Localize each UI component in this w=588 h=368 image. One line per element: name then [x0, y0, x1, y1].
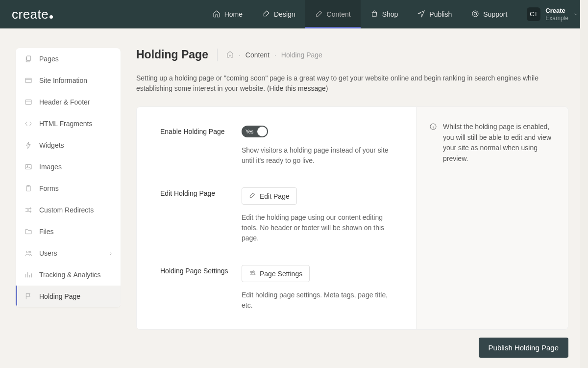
send-icon	[417, 10, 425, 19]
sidebar-item-label: Images	[39, 163, 62, 171]
sidebar-item-html-fragments[interactable]: HTML Fragments	[16, 113, 121, 134]
svg-point-8	[26, 251, 28, 253]
nav-content[interactable]: Content	[305, 0, 361, 28]
enable-toggle[interactable]: Yes	[242, 126, 268, 137]
actions-row: Publish Holding Page	[136, 338, 568, 368]
field-desc: Edit the holding page using our content …	[242, 212, 392, 243]
nav-label: Shop	[382, 10, 398, 18]
divider	[217, 49, 218, 61]
edit-icon	[315, 10, 323, 19]
card-main: Enable Holding Page Yes Show visitors a …	[137, 107, 416, 329]
nav-label: Design	[274, 10, 295, 18]
scrollbar-track[interactable]	[580, 0, 588, 368]
hide-message-link[interactable]: Hide this message	[270, 84, 326, 92]
breadcrumb-current: Holding Page	[281, 51, 322, 59]
edit-page-button[interactable]: Edit Page	[242, 187, 297, 205]
avatar: CT	[527, 7, 540, 21]
info-box: Whilst the holding page is enabled, you …	[429, 122, 555, 164]
svg-point-0	[472, 11, 478, 17]
svg-rect-3	[25, 78, 31, 82]
field-enable: Enable Holding Page Yes Show visitors a …	[160, 126, 392, 166]
edit-icon	[249, 192, 256, 200]
user-menu[interactable]: CT Create Example	[517, 0, 588, 28]
sidebar-item-widgets[interactable]: Widgets	[16, 134, 121, 156]
top-nav: create Home Design Content Shop Publish …	[0, 0, 588, 28]
info-icon	[429, 122, 437, 164]
home-icon	[213, 10, 220, 19]
bag-icon	[370, 10, 378, 19]
help-icon	[471, 10, 479, 19]
brand-logo[interactable]: create	[12, 0, 53, 28]
svg-rect-2	[27, 56, 31, 60]
breadcrumb: · Content · Holding Page	[226, 51, 322, 59]
button-label: Edit Page	[260, 192, 290, 200]
sidebar-item-redirects[interactable]: Custom Redirects	[16, 199, 121, 221]
svg-point-12	[254, 274, 255, 275]
sidebar-item-holding-page[interactable]: Holding Page	[16, 286, 121, 307]
content-wrap: Pages Site Information Header & Footer H…	[0, 28, 588, 368]
sidebar-item-images[interactable]: Images	[16, 156, 121, 178]
toggle-knob	[257, 127, 267, 136]
nav-label: Publish	[429, 10, 452, 18]
settings-card: Enable Holding Page Yes Show visitors a …	[136, 106, 568, 330]
sidebar-item-label: Custom Redirects	[39, 206, 94, 214]
svg-rect-4	[25, 100, 31, 104]
sidebar-item-label: Pages	[39, 55, 59, 63]
intro-pre: Setting up a holding page or "coming soo…	[136, 74, 539, 92]
main-column: Holding Page · Content · Holding Page Se…	[136, 48, 568, 368]
nav-shop[interactable]: Shop	[361, 0, 408, 28]
sidebar-item-files[interactable]: Files	[16, 221, 121, 242]
info-text: Whilst the holding page is enabled, you …	[443, 122, 555, 164]
svg-point-10	[253, 271, 254, 272]
home-icon[interactable]	[226, 51, 234, 59]
chevron-down-icon	[573, 10, 578, 18]
sidebar-item-label: HTML Fragments	[39, 120, 92, 128]
sidebar-item-label: Site Information	[39, 77, 87, 84]
sidebar-item-label: Forms	[39, 184, 59, 192]
sidebar: Pages Site Information Header & Footer H…	[16, 48, 121, 307]
user-info: Create Example	[545, 7, 568, 22]
sidebar-item-users[interactable]: Users›	[16, 242, 121, 264]
sidebar-item-label: Tracking & Analytics	[39, 271, 101, 279]
primary-nav: Home Design Content Shop Publish Support	[203, 0, 517, 28]
card-info-panel: Whilst the holding page is enabled, you …	[416, 107, 568, 329]
field-body: Yes Show visitors a holding page instead…	[242, 126, 392, 166]
field-label: Enable Holding Page	[160, 126, 242, 166]
sidebar-item-tracking[interactable]: Tracking & Analytics	[16, 264, 121, 286]
field-edit: Edit Holding Page Edit Page Edit the hol…	[160, 187, 392, 243]
sidebar-item-forms[interactable]: Forms	[16, 178, 121, 199]
sidebar-item-label: Users	[39, 249, 57, 257]
field-body: Page Settings Edit holding page settings…	[242, 265, 392, 311]
field-settings: Holding Page Settings Page Settings Edit…	[160, 265, 392, 311]
field-body: Edit Page Edit the holding page using ou…	[242, 187, 392, 243]
sidebar-item-label: Widgets	[39, 141, 64, 149]
separator: ·	[274, 51, 276, 59]
intro-text: Setting up a holding page or "coming soo…	[136, 73, 568, 94]
sidebar-item-label: Header & Footer	[39, 98, 90, 106]
nav-label: Content	[327, 10, 351, 18]
brand-dot-icon	[49, 15, 53, 19]
toggle-label: Yes	[245, 129, 253, 134]
nav-support[interactable]: Support	[462, 0, 517, 28]
page-settings-button[interactable]: Page Settings	[242, 265, 310, 282]
field-desc: Show visitors a holding page instead of …	[242, 145, 392, 166]
chevron-right-icon: ›	[110, 250, 112, 256]
nav-design[interactable]: Design	[252, 0, 305, 28]
publish-holding-page-button[interactable]: Publish Holding Page	[479, 338, 568, 358]
field-label: Holding Page Settings	[160, 265, 242, 311]
field-desc: Edit holding page settings. Meta tags, p…	[242, 290, 392, 311]
sidebar-item-pages[interactable]: Pages	[16, 48, 121, 70]
page-header: Holding Page · Content · Holding Page	[136, 48, 568, 61]
brand-text: create	[12, 7, 49, 22]
nav-home[interactable]: Home	[203, 0, 252, 28]
svg-point-9	[29, 251, 31, 253]
nav-label: Home	[224, 10, 243, 18]
breadcrumb-link[interactable]: Content	[245, 51, 270, 59]
field-label: Edit Holding Page	[160, 187, 242, 243]
nav-label: Support	[483, 10, 507, 18]
nav-publish[interactable]: Publish	[408, 0, 462, 28]
sidebar-item-header-footer[interactable]: Header & Footer	[16, 91, 121, 113]
user-sub: Example	[545, 15, 568, 22]
page-title: Holding Page	[136, 48, 208, 61]
sidebar-item-site-info[interactable]: Site Information	[16, 70, 121, 91]
